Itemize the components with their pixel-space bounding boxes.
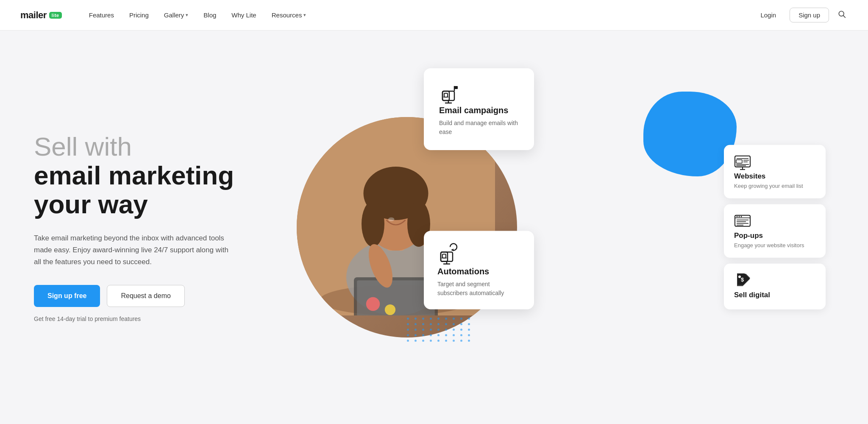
nav-why-lite[interactable]: Why Lite xyxy=(225,8,263,22)
dot xyxy=(468,323,470,325)
dot xyxy=(437,318,440,320)
svg-point-16 xyxy=(388,218,394,221)
dot xyxy=(422,334,424,336)
dot-grid-decoration xyxy=(407,318,472,342)
dot xyxy=(407,329,409,331)
svg-rect-28 xyxy=(442,254,446,258)
headline-bold-2: your way xyxy=(34,190,237,219)
signup-free-button[interactable]: Sign up free xyxy=(34,285,100,307)
svg-point-13 xyxy=(366,297,380,311)
dot xyxy=(415,329,417,331)
svg-point-51 xyxy=(738,276,741,278)
dot xyxy=(430,334,432,336)
svg-rect-34 xyxy=(736,160,742,163)
brand-badge: lite xyxy=(49,12,62,19)
email-campaigns-desc: Build and manage emails with ease xyxy=(439,119,519,137)
hero-right: Email campaigns Build and manage emails … xyxy=(263,79,834,376)
websites-icon xyxy=(734,153,815,172)
headline-bold-1: email marketing xyxy=(34,161,237,190)
dot xyxy=(437,329,440,331)
dot xyxy=(460,323,462,325)
dot xyxy=(445,318,447,320)
svg-point-43 xyxy=(737,216,738,218)
nav-links: Features Pricing Gallery ▾ Blog Why Lite… xyxy=(82,8,754,22)
dot xyxy=(437,323,440,325)
hero-headline: Sell with email marketing your way xyxy=(34,132,237,219)
dot xyxy=(468,329,470,331)
dot xyxy=(445,340,447,342)
dot xyxy=(468,318,470,320)
dot xyxy=(453,329,455,331)
email-campaigns-title: Email campaigns xyxy=(439,106,519,115)
request-demo-button[interactable]: Request a demo xyxy=(107,285,184,307)
dot xyxy=(445,334,447,336)
email-campaigns-icon xyxy=(439,82,519,106)
nav-features[interactable]: Features xyxy=(82,8,121,22)
nav-right: Login Sign up xyxy=(754,8,848,22)
svg-rect-21 xyxy=(444,93,448,97)
websites-title: Websites xyxy=(734,172,815,181)
logo[interactable]: mailer lite xyxy=(20,10,62,21)
dot xyxy=(422,318,424,320)
nav-resources[interactable]: Resources ▾ xyxy=(265,8,313,22)
search-icon[interactable] xyxy=(836,8,848,22)
svg-point-14 xyxy=(385,304,395,315)
dot xyxy=(453,323,455,325)
hero-left: Sell with email marketing your way Take … xyxy=(34,132,263,323)
dot xyxy=(415,323,417,325)
email-campaigns-card: Email campaigns Build and manage emails … xyxy=(424,68,534,150)
websites-card: Websites Keep growing your email list xyxy=(724,145,826,198)
dot xyxy=(460,318,462,320)
login-button[interactable]: Login xyxy=(754,8,783,22)
brand-name: mailer xyxy=(20,10,47,21)
sell-digital-icon: $ xyxy=(734,272,815,291)
svg-rect-26 xyxy=(441,252,448,262)
dot xyxy=(430,318,432,320)
sell-digital-title: Sell digital xyxy=(734,291,815,299)
dot xyxy=(422,323,424,325)
svg-point-45 xyxy=(741,216,742,218)
dot xyxy=(453,334,455,336)
svg-marker-27 xyxy=(451,249,453,251)
svg-text:$: $ xyxy=(741,276,744,283)
automations-title: Automations xyxy=(437,267,520,276)
nav-pricing[interactable]: Pricing xyxy=(122,8,156,22)
dot xyxy=(407,318,409,320)
dot xyxy=(422,329,424,331)
automations-icon xyxy=(437,243,520,267)
signup-button[interactable]: Sign up xyxy=(790,8,829,22)
dot xyxy=(453,318,455,320)
chevron-down-icon: ▾ xyxy=(186,12,188,18)
popups-title: Pop-ups xyxy=(734,232,815,240)
popups-card: Pop-ups Engage your website visitors xyxy=(724,204,826,258)
automations-card: Automations Target and segment subscribe… xyxy=(424,231,534,310)
dot xyxy=(407,334,409,336)
dot xyxy=(437,340,440,342)
hero-section: Sell with email marketing your way Take … xyxy=(0,31,868,424)
svg-rect-32 xyxy=(735,156,750,167)
sell-digital-card: $ Sell digital xyxy=(724,264,826,310)
websites-desc: Keep growing your email list xyxy=(734,182,815,190)
dot xyxy=(407,323,409,325)
chevron-down-icon: ▾ xyxy=(303,12,306,18)
svg-line-1 xyxy=(843,16,846,18)
nav-gallery[interactable]: Gallery ▾ xyxy=(157,8,195,22)
dot xyxy=(415,340,417,342)
hero-buttons: Sign up free Request a demo xyxy=(34,285,237,307)
decorative-blob xyxy=(643,92,737,176)
svg-point-9 xyxy=(362,201,384,247)
navbar: mailer lite Features Pricing Gallery ▾ B… xyxy=(0,0,868,31)
svg-point-44 xyxy=(739,216,740,218)
dot xyxy=(453,340,455,342)
dot xyxy=(460,340,462,342)
nav-blog[interactable]: Blog xyxy=(197,8,223,22)
dot xyxy=(415,318,417,320)
automations-desc: Target and segment subscribers automatic… xyxy=(437,280,520,298)
popups-icon xyxy=(734,213,815,232)
dot xyxy=(468,340,470,342)
dot xyxy=(415,334,417,336)
headline-light: Sell with xyxy=(34,132,237,161)
dot xyxy=(468,334,470,336)
trial-text: Get free 14-day trial to premium feature… xyxy=(34,315,237,322)
dot xyxy=(407,340,409,342)
